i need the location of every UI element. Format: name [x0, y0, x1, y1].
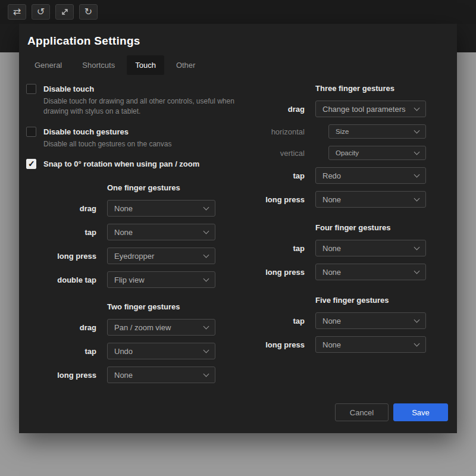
chevron-down-icon: [203, 371, 209, 377]
dropdown-value: Flip view: [114, 275, 204, 284]
option-label: Disable touch: [43, 84, 94, 93]
left-column: Disable touch Disable touch for drawing …: [26, 84, 248, 383]
three-finger-drag-dropdown[interactable]: Change tool parameters: [315, 101, 426, 117]
row-label: long press: [252, 268, 305, 277]
row-label: tap: [26, 347, 96, 356]
settings-dialog: Application Settings General Shortcuts T…: [19, 24, 457, 433]
option-snap-rotation: Snap to 0° rotation when using pan / zoo…: [26, 159, 248, 169]
chevron-down-icon: [203, 275, 209, 281]
three-finger-horizontal-dropdown[interactable]: Size: [328, 124, 426, 139]
dropdown-value: Redo: [322, 171, 415, 180]
expand-diagonal-icon: [60, 7, 70, 17]
chevron-down-icon: [414, 171, 420, 177]
row-label: long press: [252, 195, 305, 204]
one-finger-double-tap-dropdown[interactable]: Flip view: [107, 271, 215, 288]
chevron-down-icon: [203, 347, 209, 353]
option-label: Snap to 0° rotation when using pan / zoo…: [43, 159, 199, 168]
group-title: Two finger gestures: [107, 302, 215, 311]
option-disable-touch: Disable touch Disable touch for drawing …: [26, 84, 248, 117]
chevron-down-icon: [414, 268, 420, 274]
row-label: drag: [26, 204, 96, 213]
disable-touch-checkbox[interactable]: [26, 84, 36, 94]
disable-touch-gestures-checkbox[interactable]: [26, 127, 36, 137]
row-label: tap: [26, 228, 96, 237]
row-label: long press: [252, 340, 305, 349]
chevron-down-icon: [414, 340, 420, 346]
chevron-down-icon: [203, 323, 209, 329]
two-finger-gestures-group: Two finger gestures drag Pan / zoom view…: [26, 302, 248, 383]
three-finger-long-press-dropdown[interactable]: None: [315, 191, 426, 208]
row-label: long press: [26, 371, 96, 380]
checkbox-row[interactable]: Disable touch gestures: [26, 127, 248, 137]
undo-icon: ↺: [37, 7, 45, 17]
dialog-footer: Cancel Save: [335, 403, 448, 421]
undo-button[interactable]: ↺: [32, 4, 50, 20]
dropdown-value: Size: [336, 128, 415, 135]
chevron-down-icon: [414, 105, 420, 111]
row-label: vertical: [252, 149, 305, 158]
chevron-down-icon: [203, 252, 209, 258]
group-title: Five finger gestures: [315, 296, 426, 305]
row-label: tap: [252, 317, 305, 325]
row-label: long press: [26, 252, 96, 261]
snap-rotation-checkbox[interactable]: [26, 159, 36, 169]
row-label: tap: [252, 244, 305, 253]
tab-general[interactable]: General: [26, 55, 70, 75]
tab-touch[interactable]: Touch: [127, 55, 164, 75]
tab-shortcuts[interactable]: Shortcuts: [74, 55, 123, 75]
option-description: Disable all touch gestures on the canvas: [43, 139, 241, 149]
dropdown-value: Eyedropper: [114, 252, 204, 261]
group-title: One finger gestures: [107, 183, 215, 192]
two-finger-long-press-dropdown[interactable]: None: [107, 367, 215, 383]
one-finger-long-press-dropdown[interactable]: Eyedropper: [107, 248, 215, 264]
two-finger-tap-dropdown[interactable]: Undo: [107, 343, 215, 359]
checkbox-row[interactable]: Snap to 0° rotation when using pan / zoo…: [26, 159, 248, 169]
chevron-down-icon: [414, 149, 420, 155]
swap-tool-button[interactable]: ⇄: [8, 4, 26, 20]
redo-button[interactable]: ↻: [79, 4, 98, 20]
swap-horizontal-icon: ⇄: [13, 7, 21, 17]
row-label: drag: [26, 323, 96, 332]
five-finger-long-press-dropdown[interactable]: None: [315, 336, 426, 353]
cancel-button[interactable]: Cancel: [335, 403, 389, 421]
chevron-down-icon: [414, 317, 420, 322]
four-finger-long-press-dropdown[interactable]: None: [315, 264, 426, 280]
expand-view-button[interactable]: [55, 4, 74, 20]
one-finger-tap-dropdown[interactable]: None: [107, 224, 215, 240]
dropdown-value: None: [322, 317, 415, 325]
three-finger-vertical-dropdown[interactable]: Opacity: [328, 146, 426, 160]
group-title: Four finger gestures: [315, 223, 426, 232]
group-title: Three finger gestures: [315, 84, 426, 93]
chevron-down-icon: [203, 228, 209, 234]
dropdown-value: Change tool parameters: [322, 105, 415, 114]
dropdown-value: None: [322, 195, 415, 204]
four-finger-tap-dropdown[interactable]: None: [315, 240, 426, 256]
tab-bar: General Shortcuts Touch Other: [26, 55, 450, 75]
chevron-down-icon: [203, 204, 209, 210]
chevron-down-icon: [414, 127, 420, 133]
save-button[interactable]: Save: [393, 403, 448, 421]
three-finger-gestures-group: Three finger gestures drag Change tool p…: [252, 84, 426, 208]
dropdown-value: None: [114, 228, 204, 237]
one-finger-gestures-group: One finger gestures drag None tap None l…: [26, 183, 248, 288]
chevron-down-icon: [414, 244, 420, 250]
option-description: Disable touch for drawing and all other …: [43, 96, 241, 117]
option-disable-touch-gestures: Disable touch gestures Disable all touch…: [26, 127, 248, 149]
dropdown-value: Opacity: [336, 149, 415, 156]
tab-other[interactable]: Other: [168, 55, 204, 75]
dropdown-value: None: [322, 244, 415, 253]
five-finger-gestures-group: Five finger gestures tap None long press…: [252, 296, 426, 353]
three-finger-tap-dropdown[interactable]: Redo: [315, 167, 426, 184]
row-label: tap: [252, 171, 305, 180]
dropdown-value: None: [322, 340, 415, 349]
dropdown-value: Undo: [114, 347, 204, 356]
chevron-down-icon: [414, 195, 420, 201]
top-toolbar: ⇄ ↺ ↻: [0, 0, 476, 24]
row-label: drag: [252, 105, 305, 114]
two-finger-drag-dropdown[interactable]: Pan / zoom view: [107, 319, 215, 336]
redo-icon: ↻: [84, 7, 92, 17]
five-finger-tap-dropdown[interactable]: None: [315, 312, 426, 329]
one-finger-drag-dropdown[interactable]: None: [107, 200, 215, 217]
checkbox-row[interactable]: Disable touch: [26, 84, 248, 94]
option-label: Disable touch gestures: [43, 127, 129, 136]
